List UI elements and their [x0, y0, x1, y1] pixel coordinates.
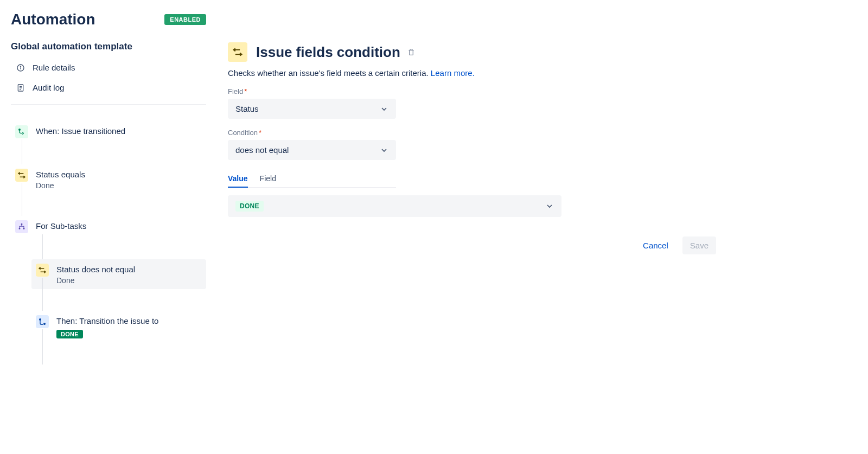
tab-field[interactable]: Field — [260, 170, 276, 187]
step-label: Status equals — [36, 169, 202, 180]
field-select[interactable]: Status — [228, 99, 396, 119]
nav-rule-details[interactable]: Rule details — [11, 57, 206, 78]
learn-more-link[interactable]: Learn more. — [431, 68, 475, 78]
value-chip: DONE — [235, 201, 264, 212]
step-sub: Done — [36, 181, 202, 190]
value-select[interactable]: DONE — [228, 195, 561, 217]
step-label: Status does not equal — [56, 264, 202, 275]
section-subtitle: Global automation template — [11, 41, 206, 52]
field-value: Status — [235, 104, 259, 113]
connector-line — [22, 139, 22, 164]
page-title: Automation — [11, 11, 95, 28]
svg-rect-4 — [21, 223, 23, 225]
condition-icon — [36, 264, 49, 277]
svg-rect-6 — [23, 228, 25, 229]
step-label: Then: Transition the issue to — [56, 315, 202, 327]
branch-icon — [15, 220, 28, 233]
rule-step-action-transition[interactable]: Then: Transition the issue to DONE — [31, 311, 206, 343]
cancel-button[interactable]: Cancel — [635, 236, 676, 254]
trash-icon[interactable] — [407, 48, 416, 56]
done-badge: DONE — [56, 330, 83, 338]
divider — [11, 104, 206, 105]
condition-value: does not equal — [235, 145, 289, 155]
nav-label: Rule details — [33, 63, 75, 72]
detail-title: Issue fields condition — [256, 44, 400, 61]
svg-rect-5 — [19, 228, 21, 229]
condition-icon — [228, 42, 247, 62]
step-label: When: Issue transitioned — [36, 125, 202, 137]
step-label: For Sub-tasks — [36, 220, 202, 232]
rule-step-branch[interactable]: For Sub-tasks — [11, 216, 206, 238]
field-label: Field* — [228, 87, 716, 95]
chevron-down-icon — [380, 146, 388, 155]
condition-select[interactable]: does not equal — [228, 140, 396, 160]
connector-line — [42, 234, 43, 259]
step-sub: Done — [56, 276, 202, 285]
connector-line — [42, 278, 43, 311]
rule-step-condition-status-not-equal[interactable]: Status does not equal Done — [31, 259, 206, 289]
chevron-down-icon — [545, 202, 554, 210]
nav-label: Audit log — [33, 83, 64, 92]
document-icon — [16, 84, 25, 92]
enabled-badge: ENABLED — [164, 14, 206, 25]
info-icon — [16, 63, 25, 72]
save-button[interactable]: Save — [682, 236, 716, 254]
nav-audit-log[interactable]: Audit log — [11, 78, 206, 98]
rule-step-trigger[interactable]: When: Issue transitioned — [11, 121, 206, 143]
svg-point-3 — [19, 129, 21, 131]
condition-label: Condition* — [228, 129, 716, 137]
condition-icon — [15, 169, 28, 182]
svg-point-8 — [44, 323, 46, 325]
connector-line — [42, 329, 43, 365]
rule-step-condition-status-equals[interactable]: Status equals Done — [11, 164, 206, 194]
trigger-icon — [15, 125, 28, 138]
chevron-down-icon — [380, 105, 388, 113]
tab-value[interactable]: Value — [228, 170, 248, 187]
description-text: Checks whether an issue's field meets a … — [228, 68, 431, 78]
detail-description: Checks whether an issue's field meets a … — [228, 68, 716, 78]
svg-point-1 — [20, 66, 21, 66]
connector-line — [22, 183, 22, 216]
action-icon — [36, 315, 49, 328]
svg-point-7 — [40, 319, 41, 321]
